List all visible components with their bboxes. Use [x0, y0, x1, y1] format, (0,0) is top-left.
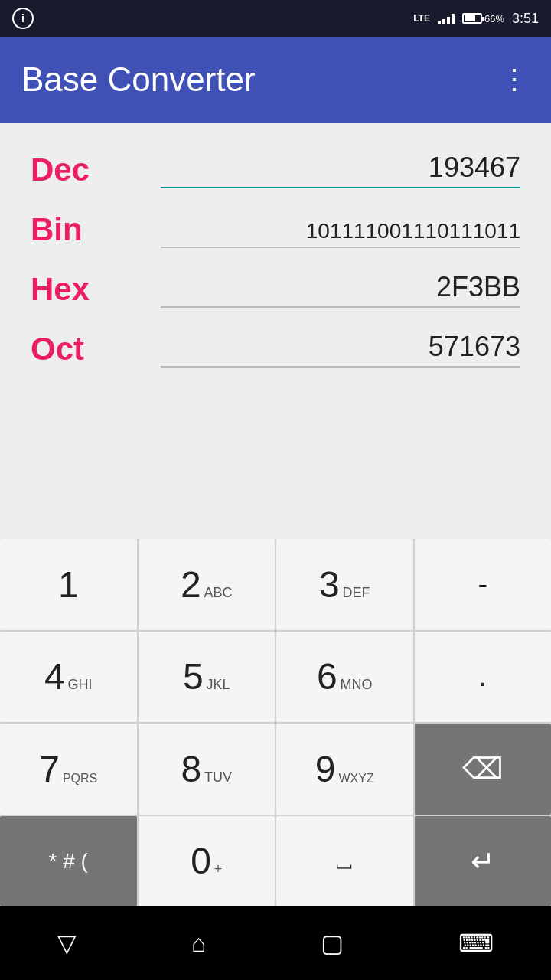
status-bar: i LTE 66% 3:51 — [0, 0, 551, 37]
hex-field-row: Hex — [31, 257, 520, 317]
bin-label: Bin — [31, 211, 161, 248]
key-space[interactable]: ⎵ — [276, 816, 413, 907]
dec-field-row: Dec — [31, 138, 520, 198]
keyboard-button[interactable]: ⌨ — [458, 929, 494, 958]
battery-indicator: 66% — [462, 13, 504, 24]
oct-input-wrap[interactable] — [161, 331, 520, 368]
nav-bar: ▽ ⌂ ▢ ⌨ — [0, 906, 551, 980]
signal-icon — [438, 12, 455, 24]
back-button[interactable]: ▽ — [57, 929, 77, 958]
key-6[interactable]: 6 MNO — [276, 632, 413, 723]
key-minus[interactable]: - — [415, 539, 552, 630]
key-8[interactable]: 8 TUV — [139, 724, 276, 815]
info-icon: i — [12, 8, 34, 29]
lte-indicator: LTE — [413, 13, 430, 24]
dec-input[interactable] — [161, 152, 520, 184]
overflow-menu-button[interactable]: ⋮ — [500, 64, 530, 96]
recents-button[interactable]: ▢ — [321, 929, 344, 958]
key-enter[interactable]: ↵ — [415, 816, 552, 907]
oct-field-row: Oct — [31, 317, 520, 377]
hex-input-wrap[interactable] — [161, 271, 520, 308]
key-7[interactable]: 7 PQRS — [0, 724, 137, 815]
home-button[interactable]: ⌂ — [191, 929, 206, 958]
converter-area: Dec Bin Hex Oct — [0, 122, 551, 539]
hex-input[interactable] — [161, 271, 520, 303]
oct-label: Oct — [31, 331, 161, 368]
key-3[interactable]: 3 DEF — [276, 539, 413, 630]
clock: 3:51 — [512, 11, 539, 27]
key-9[interactable]: 9 WXYZ — [276, 724, 413, 815]
dec-label: Dec — [31, 152, 161, 188]
bin-input[interactable] — [161, 219, 520, 243]
key-5[interactable]: 5 JKL — [139, 632, 276, 723]
key-1[interactable]: 1 — [0, 539, 137, 630]
key-2[interactable]: 2 ABC — [139, 539, 276, 630]
keyboard: 1 2 ABC 3 DEF - 4 GHI 5 JKL 6 MNO — [0, 539, 551, 906]
app-title: Base Converter — [21, 60, 256, 99]
key-special[interactable]: * # ( — [0, 816, 137, 907]
key-dot[interactable]: . — [415, 632, 552, 723]
status-right: LTE 66% 3:51 — [413, 11, 539, 27]
oct-input[interactable] — [161, 331, 520, 363]
key-4[interactable]: 4 GHI — [0, 632, 137, 723]
key-backspace[interactable]: ⌫ — [415, 724, 552, 815]
bin-input-wrap[interactable] — [161, 219, 520, 248]
key-0[interactable]: 0 + — [139, 816, 276, 907]
status-left: i — [12, 8, 34, 29]
dec-input-wrap[interactable] — [161, 152, 520, 188]
bin-field-row: Bin — [31, 198, 520, 257]
hex-label: Hex — [31, 271, 161, 308]
app-bar: Base Converter ⋮ — [0, 37, 551, 122]
